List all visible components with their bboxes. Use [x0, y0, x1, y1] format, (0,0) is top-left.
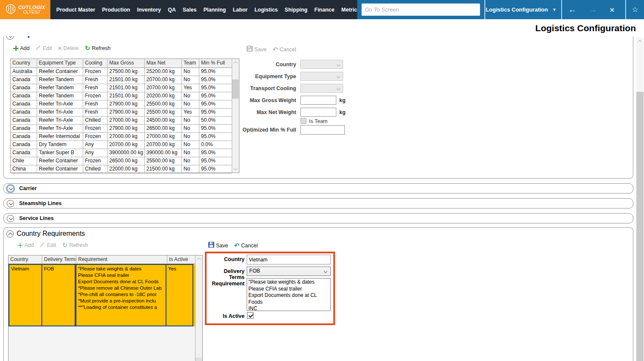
table-cell: 95.0%	[199, 109, 232, 117]
table-row[interactable]: CanadaReefer Tri-AxleFrozen27900.00 kg26…	[11, 125, 232, 133]
forward-arrow-icon: →	[589, 0, 597, 19]
table-row[interactable]: ChileReefer ContainerFrozen26500.00 kg25…	[11, 157, 232, 165]
optimized-min-full-input[interactable]	[300, 125, 345, 135]
nav-item-sales[interactable]: Sales	[183, 7, 197, 13]
table-cell: 25500.00 kg	[145, 109, 182, 117]
add-button[interactable]: Add	[13, 45, 29, 51]
table-cell: Reefer Container	[37, 165, 83, 173]
table-row[interactable]: CanadaReefer TandemFrozen21501.00 kg2020…	[11, 92, 232, 100]
table-cell: Fresh	[83, 84, 108, 92]
max-net-weight-label: Max Net Weight	[232, 109, 296, 115]
nav-item-labor[interactable]: Labor	[233, 7, 248, 13]
country-req-form-toolbar: Save ↶ Cancel	[208, 242, 258, 249]
undo-icon: ↶	[234, 243, 240, 249]
table-cell: Reefer Tandem	[37, 84, 83, 92]
top-bar: CUTLOGIX CLTEST Product MasterProduction…	[0, 0, 644, 19]
topbar-right: Logistics Configuration ▼ ← → × ☆	[357, 0, 644, 19]
table-cell: 21501.00 kg	[108, 76, 145, 84]
back-arrow-icon[interactable]: ←	[568, 0, 577, 19]
is-active-checkbox[interactable]	[247, 312, 254, 319]
edit-icon	[35, 45, 41, 52]
table-row[interactable]: CanadaReefer TandemFresh21501.00 kg20700…	[11, 76, 232, 84]
table-cell: Reefer Tandem	[37, 92, 83, 100]
table-cell: No	[182, 149, 199, 157]
scroll-down-icon[interactable]	[233, 166, 237, 170]
table-cell: 95.0%	[199, 68, 232, 76]
main-nav: Product MasterProductionInventoryQASales…	[50, 0, 357, 19]
add-icon	[17, 243, 23, 248]
service-lines-section-header[interactable]: Service Lines	[3, 213, 633, 223]
table-row[interactable]: CanadaTanker Super BAny3900000.00 kg3900…	[11, 149, 232, 157]
service-lines-section-label: Service Lines	[19, 214, 54, 223]
cancel-button[interactable]: ↶ Cancel	[234, 243, 258, 249]
table-cell: Canada	[11, 76, 37, 84]
table-row[interactable]: CanadaReefer TandemFresh21501.00 kg20700…	[11, 84, 232, 92]
steamship-lines-section-label: Steamship Lines	[19, 199, 61, 208]
max-net-weight-input[interactable]	[300, 108, 336, 117]
table-row[interactable]: CanadaDry TandemAny20700.00 kg20700.00 k…	[11, 141, 232, 149]
collapse-section-icon[interactable]	[6, 36, 14, 40]
optimized-min-full-label: Optimized Min % Full	[241, 127, 296, 133]
nav-item-product-master[interactable]: Product Master	[56, 7, 95, 13]
scroll-up-icon[interactable]	[197, 258, 201, 261]
table-row[interactable]: CanadaReefer Tri-AxleChilled27000.00 kg2…	[11, 117, 232, 125]
nav-item-shipping[interactable]: Shipping	[285, 7, 307, 13]
expand-service-icon[interactable]	[7, 215, 14, 222]
nav-item-finance[interactable]: Finance	[315, 7, 335, 13]
refresh-button[interactable]: ↻ Refresh	[85, 45, 111, 51]
table-row[interactable]: CanadaReefer Tri-AxleFresh27900.00 kg255…	[11, 109, 232, 117]
go-to-screen-input[interactable]	[361, 3, 480, 16]
transport-cooling-select	[300, 84, 343, 93]
max-gross-weight-label: Max Gross Weight	[232, 97, 296, 103]
nav-item-qa[interactable]: QA	[168, 7, 176, 13]
chevron-down-icon: ▼	[552, 7, 557, 12]
expand-carrier-icon[interactable]	[7, 185, 14, 192]
scrollbar-thumb[interactable]	[636, 92, 644, 361]
table-cell: 95.0%	[199, 92, 232, 100]
table-cell: Frozen	[83, 157, 108, 165]
requirement-textarea[interactable]: "Please take weights & dates Please CFIA…	[247, 278, 331, 311]
carrier-section-header[interactable]: Carrier	[3, 183, 633, 194]
table-cell: 27900.00 kg	[108, 109, 145, 117]
save-button[interactable]: Save	[208, 242, 228, 249]
country-req-table-scrollbar[interactable]	[195, 255, 202, 361]
country-input[interactable]	[247, 255, 331, 264]
main-scrollbar[interactable]	[636, 38, 644, 361]
table-cell: No	[182, 157, 199, 165]
table-row[interactable]: CanadaReefer IntermodalFrozen27000.00 kg…	[11, 133, 232, 141]
delete-icon: ×	[58, 46, 62, 51]
screen-selector-dropdown[interactable]: Logistics Configuration ▼	[485, 0, 557, 19]
scrollbar-corner	[195, 358, 202, 361]
country-requirements-table: CountryDelivery TermsRequirementIs Activ…	[8, 255, 203, 361]
country-req-toolbar: Add Edit ↻ Refresh	[17, 242, 88, 249]
table-cell: Max Gross	[108, 59, 145, 68]
nav-item-metrics[interactable]: Metrics	[341, 7, 357, 13]
scroll-up-button[interactable]	[636, 38, 644, 45]
nav-item-production[interactable]: Production	[102, 7, 130, 13]
steamship-lines-section-header[interactable]: Steamship Lines	[3, 198, 633, 208]
nav-item-planning[interactable]: Planning	[204, 7, 226, 13]
table-row[interactable]: ChinaReefer ContainerChilled22000.00 kg2…	[11, 165, 232, 173]
equipment-table-header: CountryEquipment TypeCoolingMax GrossMax…	[11, 59, 232, 68]
nav-item-logistics[interactable]: Logistics	[254, 7, 278, 13]
table-cell: Canada	[11, 117, 37, 125]
favorite-star-icon[interactable]: ☆	[626, 0, 644, 19]
table-cell: Canada	[11, 84, 37, 92]
expand-steamship-icon[interactable]	[7, 200, 14, 207]
close-icon[interactable]: ×	[609, 0, 615, 19]
page-title: Logistics Configuration	[535, 23, 636, 33]
table-row[interactable]: AustraliaReefer ContainerFrozen27500.00 …	[11, 68, 232, 76]
table-cell: Chile	[11, 157, 37, 165]
table-cell: Canada	[11, 100, 37, 109]
collapse-country-requirements-icon[interactable]	[6, 230, 14, 238]
table-cell: 20700.00 kg	[145, 76, 182, 84]
max-gross-weight-input[interactable]	[300, 96, 336, 105]
table-cell: Team	[182, 59, 199, 68]
table-row[interactable]: CanadaReefer Tri-AxleFresh27900.00 kg255…	[11, 100, 232, 109]
selected-table-row[interactable]: Vietnam FOB "Please take weights & dates…	[9, 264, 195, 326]
table-cell: 20700.00 kg	[108, 141, 145, 149]
nav-item-inventory[interactable]: Inventory	[137, 7, 161, 13]
is-team-checkbox	[300, 118, 306, 124]
delivery-terms-select[interactable]: FOB	[247, 267, 331, 276]
table-cell: Reefer Tri-Axle	[37, 109, 83, 117]
